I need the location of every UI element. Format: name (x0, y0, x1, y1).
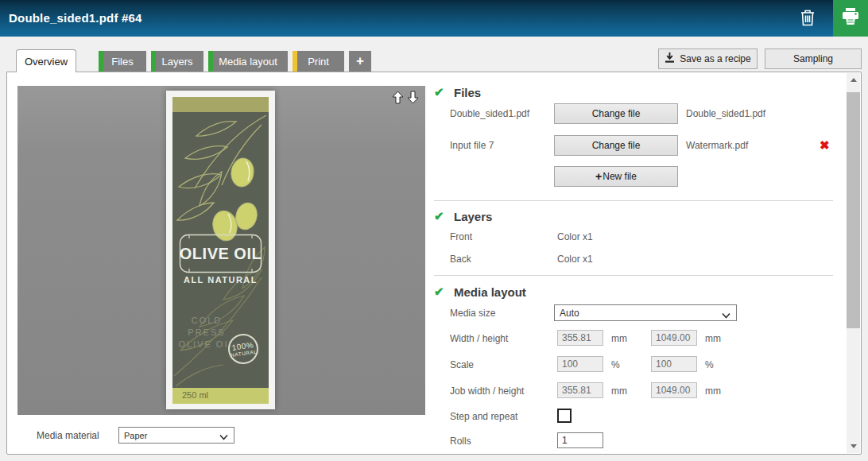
label-body: OLIVE OIL ALL NATURAL COLD PRESS OLIVE O… (172, 112, 269, 388)
files-section-heading: Files (454, 86, 481, 99)
media-size-select[interactable]: Auto (554, 304, 737, 321)
scale-y-input (651, 356, 697, 372)
scrollbar[interactable] (847, 73, 860, 453)
section-divider (434, 200, 833, 201)
change-file-label: Change file (592, 108, 641, 119)
job-title: Double_sided1.pdf #64 (9, 0, 142, 37)
layers-section-heading: Layers (454, 210, 492, 223)
scale-x-unit: % (611, 359, 620, 370)
rolls-label: Rolls (450, 436, 471, 447)
layers-status-check-icon: ✔ (434, 209, 448, 223)
scroll-up-icon[interactable] (847, 73, 860, 87)
tab-overview-label: Overview (25, 56, 68, 68)
tab-status-green (99, 51, 103, 72)
save-as-recipe-label: Save as a recipe (680, 53, 750, 64)
scroll-down-icon[interactable] (847, 440, 860, 453)
media-layout-status-check-icon: ✔ (434, 285, 448, 299)
file-row-value: Double_sided1.pdf (686, 108, 765, 119)
job-editor-window: Double_sided1.pdf #64 (0, 0, 868, 461)
height-unit: mm (705, 333, 721, 344)
layer-row-value: Color x1 (557, 254, 593, 265)
save-as-recipe-button[interactable]: Save as a recipe (658, 48, 758, 69)
scrollbar-thumb[interactable] (847, 92, 860, 328)
tab-print[interactable]: Print (293, 51, 344, 72)
step-and-repeat-label: Step and repeat (450, 411, 517, 422)
media-material-select[interactable]: Paper (118, 427, 234, 444)
rolls-input[interactable] (557, 432, 603, 448)
tab-status-green (151, 51, 156, 72)
trash-icon (799, 8, 816, 30)
move-up-icon[interactable] (392, 91, 404, 107)
layer-row-value: Color x1 (557, 231, 593, 242)
tab-files[interactable]: Files (99, 51, 146, 72)
media-height-input (651, 330, 697, 346)
media-size-value: Auto (560, 308, 579, 319)
tab-overview[interactable]: Overview (16, 49, 76, 72)
media-size-label: Media size (450, 308, 495, 319)
job-width-height-label: Job width / height (450, 385, 524, 397)
media-material-value: Paper (124, 431, 147, 440)
change-file-label: Change file (592, 140, 641, 151)
save-recipe-icon (665, 52, 675, 65)
new-file-label: New file (603, 171, 637, 182)
label-volume: 250 ml (182, 390, 208, 400)
job-width-unit: mm (611, 385, 627, 397)
tab-media-layout[interactable]: Media layout (208, 51, 288, 72)
delete-job-button[interactable] (795, 6, 820, 32)
job-width-input (557, 382, 603, 398)
scale-x-input (557, 356, 603, 372)
files-status-check-icon: ✔ (434, 85, 448, 99)
chevron-down-icon (722, 310, 730, 321)
label-top-band (172, 97, 269, 112)
job-preview: OLIVE OIL ALL NATURAL COLD PRESS OLIVE O… (17, 86, 425, 415)
tab-media-layout-label: Media layout (219, 56, 277, 68)
layer-row-label: Back (450, 254, 471, 265)
label-subtitle: ALL NATURAL (172, 275, 269, 285)
job-height-unit: mm (705, 385, 721, 397)
media-material-row: Media material Paper (37, 427, 234, 444)
overview-panel: OLIVE OIL ALL NATURAL COLD PRESS OLIVE O… (6, 72, 862, 455)
tab-status-green (208, 51, 213, 72)
step-and-repeat-checkbox[interactable] (557, 409, 572, 423)
scale-y-unit: % (705, 359, 714, 370)
remove-file-icon[interactable]: ✖ (820, 139, 830, 152)
tab-layers-label: Layers (161, 56, 192, 68)
print-job-button[interactable] (833, 0, 868, 37)
section-divider (434, 275, 833, 276)
tab-files-label: Files (111, 56, 133, 68)
label-product-name: OLIVE OIL (180, 245, 262, 263)
scale-label: Scale (450, 359, 474, 370)
media-width-input (557, 330, 603, 346)
printer-icon (840, 6, 861, 30)
sampling-label: Sampling (793, 53, 833, 64)
tab-print-label: Print (308, 56, 329, 68)
titlebar: Double_sided1.pdf #64 (0, 0, 868, 37)
new-file-button[interactable]: + New file (554, 166, 678, 187)
change-file-button[interactable]: Change file (554, 135, 678, 156)
sampling-button[interactable]: Sampling (765, 48, 862, 69)
media-layout-section-heading: Media layout (454, 285, 526, 299)
file-row-label: Input file 7 (450, 140, 494, 151)
job-height-input (651, 382, 697, 398)
label-artwork-preview: OLIVE OIL ALL NATURAL COLD PRESS OLIVE O… (166, 91, 275, 409)
change-file-button[interactable]: Change file (554, 103, 678, 124)
move-down-icon[interactable] (407, 91, 419, 107)
layer-row-label: Front (450, 231, 472, 242)
label-bottom-band: 250 ml (172, 388, 269, 404)
label-tagline-line1: COLD PRESS (174, 315, 239, 339)
add-tab-button[interactable]: + (349, 51, 371, 72)
file-row-label: Double_sided1.pdf (450, 108, 529, 119)
width-height-label: Width / height (450, 333, 508, 344)
tab-layers[interactable]: Layers (151, 51, 203, 72)
file-row-value: Watermark.pdf (686, 140, 748, 151)
plus-icon: + (595, 170, 602, 183)
tab-status-yellow (293, 51, 297, 72)
plus-icon: + (356, 53, 364, 69)
label-title-frame: OLIVE OIL (178, 233, 263, 274)
chevron-down-icon (219, 432, 228, 442)
width-unit: mm (611, 333, 627, 344)
media-material-label: Media material (37, 430, 118, 441)
